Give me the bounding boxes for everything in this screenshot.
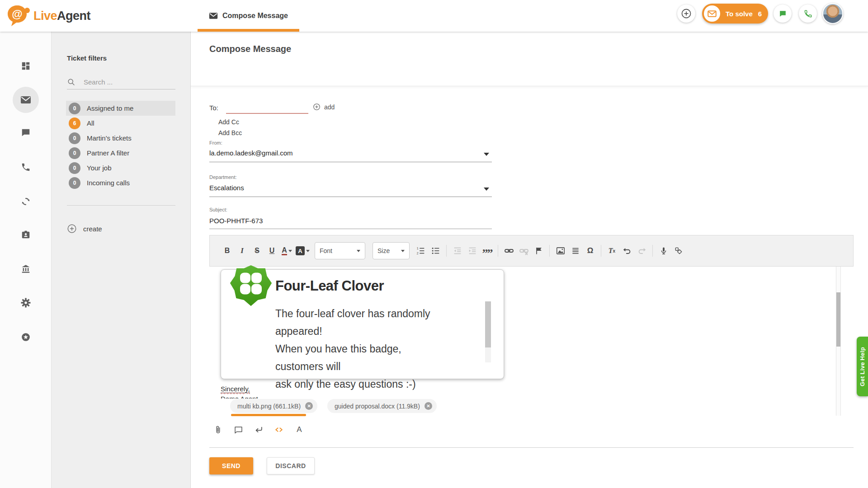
calls-button[interactable] [799,5,817,23]
special-character-button[interactable]: Ω [584,244,596,257]
filter-item-all[interactable]: 6 All [66,116,175,131]
redo-icon [637,246,647,256]
send-button[interactable]: SEND [209,457,253,474]
tab-compose-message[interactable]: Compose Message [198,0,299,32]
decrease-indent-button[interactable] [451,244,463,257]
font-select[interactable]: Font [315,242,365,259]
sidebar-item-settings[interactable] [20,297,31,308]
sidebar-item-chats[interactable] [20,127,31,138]
increase-indent-button[interactable] [466,244,478,257]
strikethrough-button[interactable]: S [251,244,263,257]
sidebar-item-automation[interactable] [20,196,31,207]
chats-button[interactable] [774,5,792,23]
flag-button[interactable] [533,244,545,257]
add-new-button[interactable] [677,5,695,23]
subject-value[interactable]: POO-PHHTF-673 [209,217,263,225]
count-badge: 0 [69,177,80,189]
remove-attachment-icon[interactable]: ✕ [425,402,432,410]
filter-item-partner-a-filter[interactable]: 0 Partner A filter [66,145,175,160]
insert-comment-button[interactable] [232,424,244,436]
add-bcc-link[interactable]: Add Bcc [218,129,242,136]
underline-button[interactable]: U [266,244,278,257]
department-dropdown-caret[interactable] [484,188,489,191]
numbered-list-button[interactable]: 12 [415,244,427,257]
filter-item-incoming-calls[interactable]: 0 Incoming calls [66,175,175,190]
attach-file-button[interactable] [212,424,224,436]
card-scrollbar [485,301,491,362]
count-badge: 0 [69,132,80,144]
outdent-icon [453,246,462,256]
blockquote-button[interactable]: ”” [481,244,493,257]
sidebar-item-tickets[interactable] [20,94,31,105]
from-dropdown-caret[interactable] [484,153,489,156]
text-color-button[interactable]: A [281,244,293,257]
size-select[interactable]: Size [373,242,410,259]
speech-to-text-button[interactable] [657,244,670,257]
insert-image-button[interactable] [554,244,566,257]
sidebar-item-addons[interactable] [20,332,31,343]
compose-area: Compose Message To: add Add Cc Add Bcc F… [191,32,868,488]
redo-button[interactable] [636,244,648,257]
undo-icon [622,246,632,256]
sidebar-item-calls[interactable] [20,162,31,173]
to-solve-button[interactable]: To solve 6 [702,4,768,23]
add-cc-link[interactable]: Add Cc [218,118,239,126]
create-filter-button[interactable]: create [67,220,102,238]
remove-format-button[interactable]: Tx [606,244,618,257]
bullet-list-button[interactable] [429,244,442,257]
clover-badge-card: Four-Leaf Clover The four-leaf clover ha… [221,269,504,379]
filter-item-your-job[interactable]: 0 Your job [66,160,175,175]
font-style-button[interactable]: A [293,424,305,436]
editor-scrollbar [836,267,841,416]
insert-link-button[interactable] [503,244,515,257]
attachment-chip[interactable]: multi kb.png (661.1kB) ✕ [230,399,317,413]
from-value[interactable]: la.demo.ladesk@gmail.com [209,149,292,157]
tab-active-underline [198,29,299,32]
badge-title: Four-Leaf Clover [275,278,384,294]
editor-body[interactable]: Four-Leaf Clover The four-leaf clover ha… [209,267,854,448]
editor-bottom-bar: A [212,424,305,436]
bold-button[interactable]: B [221,244,233,257]
dashboard-icon [21,61,31,71]
italic-button[interactable]: I [236,244,248,257]
sidebar-item-customers[interactable] [20,230,31,240]
user-avatar[interactable] [822,3,843,24]
to-input[interactable] [226,103,308,114]
card-scrollbar-thumb[interactable] [485,301,491,347]
plus-circle-icon [681,8,692,19]
panel-divider [67,205,175,206]
search-input[interactable] [84,78,165,86]
undo-button[interactable] [621,244,633,257]
sidebar-item-dashboard[interactable] [20,61,31,71]
editor-scrollbar-thumb[interactable] [836,292,840,347]
html-source-button[interactable] [273,424,285,436]
horizontal-rule-button[interactable] [569,244,581,257]
remove-attachment-icon[interactable]: ✕ [305,402,313,410]
count-badge: 0 [69,103,80,114]
unlink-button[interactable] [518,244,530,257]
background-color-button[interactable]: A [296,244,310,257]
comment-bubble-icon [234,425,243,435]
top-bar: @ LiveAgent Compose Message To solve 6 [0,0,868,32]
filter-item-martins-tickets[interactable]: 0 Martin's tickets [66,131,175,145]
department-value[interactable]: Escalations [209,184,244,192]
phone-icon [21,162,31,172]
logo-bubble-icon: @ [6,5,30,27]
sidebar-item-departments[interactable] [20,263,31,274]
get-live-help-button[interactable]: Get Live Help [857,337,868,396]
department-label: Department: [209,174,237,180]
signature-text: Sincerely, [221,385,250,393]
add-recipient-button[interactable]: add [313,103,335,111]
liveagent-logo[interactable]: @ LiveAgent [6,5,90,27]
chat-icon [21,128,31,138]
svg-text:2: 2 [416,252,418,255]
insert-reply-button[interactable] [253,424,264,436]
count-badge: 0 [69,147,80,159]
attachment-chip[interactable]: guided proposal.docx (11.9kB) ✕ [327,399,437,413]
mini-gear-icon [674,246,683,255]
discard-button[interactable]: DISCARD [267,457,315,474]
filter-item-assigned-to-me[interactable]: 0 Assigned to me [66,101,175,116]
plugin-settings-button[interactable] [672,244,684,257]
filter-list: 0 Assigned to me 6 All 0 Martin's ticket… [66,101,175,190]
panel-title: Ticket filters [67,54,107,62]
